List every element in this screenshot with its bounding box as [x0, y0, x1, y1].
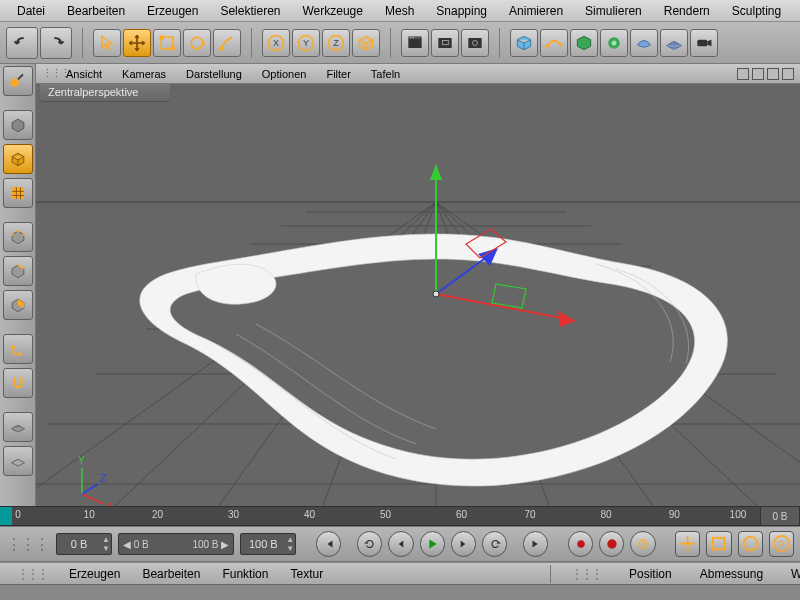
viewport-nav-move-icon[interactable]	[737, 68, 749, 80]
vpmenu-tafeln[interactable]: Tafeln	[361, 66, 410, 82]
axis-z-button[interactable]: Z	[322, 29, 350, 57]
deformer-button[interactable]	[600, 29, 628, 57]
move-tool-button[interactable]	[123, 29, 151, 57]
svg-point-22	[612, 40, 617, 45]
tab-winkel[interactable]: Winkel	[777, 565, 800, 583]
play-button[interactable]	[420, 531, 445, 557]
polygon-mode-button[interactable]	[3, 290, 33, 320]
panel-grip-icon[interactable]: ⋮⋮⋮	[6, 535, 50, 554]
timeline-ruler[interactable]: 0 10 20 30 40 50 60 70 80 90 100 0 B	[0, 506, 800, 526]
axis-y-button[interactable]: Y	[292, 29, 320, 57]
record-button[interactable]	[568, 531, 593, 557]
floor-button[interactable]	[660, 29, 688, 57]
menu-sculpting[interactable]: Sculpting	[721, 2, 792, 20]
menu-snapping[interactable]: Snapping	[425, 2, 498, 20]
autokey-button[interactable]	[599, 531, 624, 557]
next-frame-button[interactable]	[451, 531, 476, 557]
key-position-button[interactable]	[675, 531, 700, 557]
snap-button[interactable]	[3, 368, 33, 398]
vpmenu-darstellung[interactable]: Darstellung	[176, 66, 252, 82]
viewport-layout-icon[interactable]	[782, 68, 794, 80]
key-scale-button[interactable]	[706, 531, 731, 557]
spline-button[interactable]	[540, 29, 568, 57]
viewport-3d[interactable]: Zentralperspektive	[36, 84, 800, 506]
end-frame-input[interactable]	[241, 537, 285, 551]
range-slider[interactable]: ◀ 0 B 100 B ▶	[118, 533, 234, 555]
viewport-menu-bar: ⋮⋮⋮ Ansicht Kameras Darstellung Optionen…	[36, 64, 800, 84]
panel-grip-icon[interactable]: ⋮⋮⋮	[6, 565, 58, 583]
axis-x-button[interactable]: X	[262, 29, 290, 57]
undo-button[interactable]	[6, 27, 38, 59]
render-region-button[interactable]	[431, 29, 459, 57]
menu-datei[interactable]: Datei	[6, 2, 56, 20]
key-parameter-button[interactable]: P	[769, 531, 794, 557]
texture-mode-button[interactable]	[3, 178, 33, 208]
prev-frame-button[interactable]	[388, 531, 413, 557]
object-mode-button[interactable]	[3, 144, 33, 174]
environment-button[interactable]	[630, 29, 658, 57]
edge-mode-button[interactable]	[3, 256, 33, 286]
menu-erzeugen[interactable]: Erzeugen	[136, 2, 209, 20]
tab-textur[interactable]: Textur	[279, 565, 334, 583]
render-view-button[interactable]	[401, 29, 429, 57]
tab-position[interactable]: Position	[615, 565, 686, 583]
vpmenu-kameras[interactable]: Kameras	[112, 66, 176, 82]
panel-grip-icon[interactable]: ⋮⋮⋮	[557, 565, 615, 583]
panel-grip-icon[interactable]: ⋮⋮⋮	[42, 67, 56, 80]
current-frame-input[interactable]	[57, 537, 101, 551]
viewport-nav-zoom-icon[interactable]	[752, 68, 764, 80]
menu-rendern[interactable]: Rendern	[653, 2, 721, 20]
svg-point-26	[16, 230, 19, 233]
generator-button[interactable]	[570, 29, 598, 57]
timeline-tick: 20	[152, 509, 163, 520]
make-editable-button[interactable]	[3, 66, 33, 96]
svg-rect-17	[468, 38, 481, 48]
scale-tool-button[interactable]	[153, 29, 181, 57]
stepper-icon[interactable]: ▲▼	[101, 535, 111, 553]
primitive-cube-button[interactable]	[510, 29, 538, 57]
camera-button[interactable]	[690, 29, 718, 57]
go-to-start-button[interactable]	[316, 531, 341, 557]
menu-werkzeuge[interactable]: Werkzeuge	[291, 2, 373, 20]
loop-forward-button[interactable]	[482, 531, 507, 557]
tab-erzeugen[interactable]: Erzeugen	[58, 565, 131, 583]
menu-simulieren[interactable]: Simulieren	[574, 2, 653, 20]
keyframe-options-button[interactable]: ?	[630, 531, 655, 557]
render-settings-button[interactable]	[461, 29, 489, 57]
workplane-button[interactable]	[3, 412, 33, 442]
timeline-track[interactable]: 0 10 20 30 40 50 60 70 80 90 100	[0, 506, 760, 526]
point-mode-button[interactable]	[3, 222, 33, 252]
menu-selektieren[interactable]: Selektieren	[209, 2, 291, 20]
current-frame-field[interactable]: ▲▼	[56, 533, 112, 555]
svg-point-61	[577, 541, 584, 548]
menu-animieren[interactable]: Animieren	[498, 2, 574, 20]
menu-mesh[interactable]: Mesh	[374, 2, 425, 20]
key-rotation-button[interactable]	[738, 531, 763, 557]
vpmenu-ansicht[interactable]: Ansicht	[56, 66, 112, 82]
workplane-lock-button[interactable]	[3, 446, 33, 476]
tab-funktion[interactable]: Funktion	[211, 565, 279, 583]
timeline-tick: 80	[600, 509, 611, 520]
menu-bearbeiten[interactable]: Bearbeiten	[56, 2, 136, 20]
redo-button[interactable]	[40, 27, 72, 59]
loop-button[interactable]	[357, 531, 382, 557]
tab-abmessung[interactable]: Abmessung	[686, 565, 777, 583]
timeline-playhead[interactable]	[0, 507, 12, 525]
svg-point-13	[410, 36, 412, 38]
select-tool-button[interactable]	[93, 29, 121, 57]
coord-system-button[interactable]	[352, 29, 380, 57]
end-frame-field[interactable]: ▲▼	[240, 533, 296, 555]
axis-tool-button[interactable]	[3, 334, 33, 364]
vpmenu-optionen[interactable]: Optionen	[252, 66, 317, 82]
svg-rect-11	[408, 38, 421, 48]
brush-tool-button[interactable]	[213, 29, 241, 57]
mode-toolbar	[0, 64, 36, 506]
stepper-icon[interactable]: ▲▼	[285, 535, 295, 553]
tab-bearbeiten[interactable]: Bearbeiten	[131, 565, 211, 583]
vpmenu-filter[interactable]: Filter	[316, 66, 360, 82]
menu-mograph[interactable]: MoGraph	[792, 2, 800, 20]
go-to-end-button[interactable]	[523, 531, 548, 557]
viewport-nav-rotate-icon[interactable]	[767, 68, 779, 80]
rotate-tool-button[interactable]	[183, 29, 211, 57]
model-mode-button[interactable]	[3, 110, 33, 140]
